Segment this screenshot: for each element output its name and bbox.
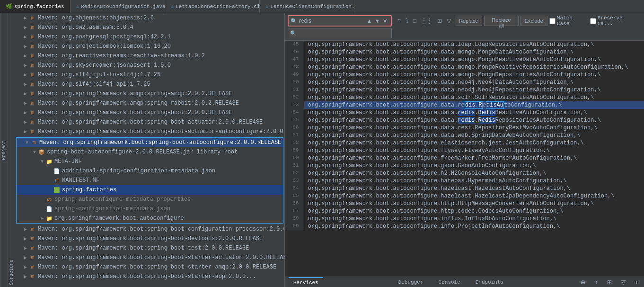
tree-item-reactivestreams[interactable]: ▶ m Maven: org.reactivestreams:reactive-… — [15, 51, 284, 61]
maven-icon: m — [29, 90, 36, 97]
exclude-btn[interactable]: Exclude — [520, 16, 547, 26]
find-input[interactable] — [299, 18, 365, 24]
replace-row: 🔍 — [288, 28, 641, 38]
code-line: org.springframework.boot.autoconfigure.h… — [304, 192, 644, 200]
code-line: org.springframework.boot.autoconfigure.d… — [304, 71, 644, 79]
tab-spring-factories[interactable]: 🌿 spring.factories — [0, 0, 71, 13]
tree-item-slf4j-api[interactable]: ▶ m Maven: org.slf4j:slf4j-api:1.7.25 — [15, 80, 284, 89]
find-option-1[interactable]: ≡ — [396, 17, 403, 25]
maven-icon: m — [29, 72, 36, 78]
maven-icon: m — [29, 43, 36, 50]
table-row: 59org.springframework.boot.autoconfigure… — [285, 147, 644, 154]
tree-item-asm[interactable]: ▶ m Maven: org.ow2.asm:asm:5.0.4 — [15, 23, 284, 32]
find-replace-bar: 🔍 ▲ ▼ ✕ ≡ ⤵ □ ⋮⋮ ⊞ ▽ Replace Replace all… — [285, 13, 644, 41]
replace-all-btn[interactable]: Replace all — [484, 16, 518, 26]
tab-redis-auto[interactable]: ☕ RedisAutoConfiguration.java — [71, 0, 165, 13]
project-tree[interactable]: ▶ m Maven: org.objenesis:objenesis:2.6 ▶… — [15, 13, 284, 287]
tree-item-objenesis[interactable]: ▶ m Maven: org.objenesis:objenesis:2.6 — [15, 13, 284, 23]
code-line: org.springframework.boot.autoconfigure.d… — [304, 117, 644, 124]
replace-input-wrapper: 🔍 — [288, 28, 392, 38]
find-option-3[interactable]: □ — [411, 17, 418, 25]
tree-item-spring-amqp[interactable]: ▶ m Maven: org.springframework.amqp:spri… — [15, 89, 284, 99]
status-bar-btn-4[interactable]: ▽ — [619, 278, 627, 287]
table-row: 66org.springframework.boot.autoconfigure… — [285, 200, 644, 207]
table-row: 49org.springframework.boot.autoconfigure… — [285, 71, 644, 79]
code-line: org.springframework.boot.autoconfigure.i… — [304, 223, 644, 230]
table-row: 62org.springframework.boot.autoconfigure… — [285, 170, 644, 177]
status-tab-debugger[interactable]: Debugger — [394, 277, 428, 287]
replace-input[interactable] — [299, 30, 389, 36]
match-case-checkbox[interactable]: Match Case — [549, 15, 588, 27]
tree-item-devtools[interactable]: ▶ m Maven: org.springframework.boot:spri… — [15, 234, 284, 243]
code-line: org.springframework.boot.autoconfigure.d… — [304, 94, 644, 101]
tree-item-boot-test[interactable]: ▶ m Maven: org.springframework.boot:spri… — [15, 243, 284, 253]
maven-icon: m — [29, 264, 36, 270]
code-line: org.springframework.boot.autoconfigure.h… — [304, 200, 644, 207]
tree-item-starter-amqp[interactable]: ▶ m Maven: org.springframework.boot:spri… — [15, 262, 284, 272]
table-row: 60org.springframework.boot.autoconfigure… — [285, 154, 644, 162]
tree-item-meta-inf[interactable]: ▼ 📁 META-INF — [17, 157, 283, 166]
tree-item-spring-boot[interactable]: ▶ m Maven: org.springframework.boot:spri… — [15, 108, 284, 117]
tree-item-autoconfigure-props[interactable]: ▶ 🗂 spring-autoconfigure-metadata.proper… — [17, 195, 283, 204]
maven-icon: m — [29, 62, 36, 69]
maven-icon: m — [29, 119, 36, 126]
status-bar-btn-5[interactable]: + — [633, 278, 640, 287]
tree-item-autoconfigure-pkg[interactable]: ▶ 📁 org.springframework.boot.autoconfigu… — [17, 214, 283, 223]
table-row: 68org.springframework.boot.autoconfigure… — [285, 215, 644, 223]
maven-icon: m — [29, 34, 36, 40]
tab-bar: 🌿 spring.factories ☕ RedisAutoConfigurat… — [0, 0, 644, 13]
code-line: org.springframework.boot.autoconfigure.d… — [304, 109, 644, 117]
find-next-btn[interactable]: ▼ — [373, 17, 381, 25]
table-row: 51org.springframework.boot.autoconfigure… — [285, 86, 644, 94]
status-tab-services[interactable]: Services — [289, 277, 323, 287]
code-table: 45org.springframework.boot.autoconfigure… — [285, 41, 644, 230]
tree-item-manifest[interactable]: ▶ 🗒 MANIFEST.MF — [17, 176, 283, 185]
tree-item-add-spring-config[interactable]: ▶ 📄 additional-spring-configuration-meta… — [17, 166, 283, 176]
tree-item-skyscreamer[interactable]: ▶ m Maven: org.skyscreamer:jsonassert:1.… — [15, 61, 284, 70]
find-option-4[interactable]: ⋮⋮ — [419, 17, 434, 25]
find-option-5[interactable]: ⊞ — [435, 17, 444, 25]
status-tab-console[interactable]: Console — [433, 277, 465, 287]
table-row: 64org.springframework.boot.autoconfigure… — [285, 185, 644, 192]
code-line: org.springframework.boot.autoconfigure.i… — [304, 215, 644, 223]
tree-item-spring-rabbit[interactable]: ▶ m Maven: org.springframework.amqp:spri… — [15, 99, 284, 108]
status-bar-btn-3[interactable]: ⊞ — [605, 278, 614, 287]
code-editor[interactable]: 45org.springframework.boot.autoconfigure… — [285, 41, 644, 277]
table-row: 57org.springframework.boot.autoconfigure… — [285, 132, 644, 139]
mf-file-icon: 🗒 — [53, 177, 60, 184]
maven-icon: m — [29, 226, 36, 233]
maven-icon: m — [29, 245, 36, 251]
tree-item-starter-actuator[interactable]: ▶ m Maven: org.springframework.boot:spri… — [15, 253, 284, 262]
code-line: org.springframework.boot.autoconfigure.h… — [304, 170, 644, 177]
tree-item-starter-aop[interactable]: ▶ m Maven: org.springframework.boot:spri… — [15, 272, 284, 281]
tree-item-jul-slf4j[interactable]: ▶ m Maven: org.slf4j:jul-to-slf4j:1.7.25 — [15, 70, 284, 80]
tree-item-lombok[interactable]: ▶ m Maven: org.projectlombok:lombok:1.16… — [15, 42, 284, 51]
preserve-case-checkbox[interactable]: Preserve Ca... — [590, 15, 641, 27]
status-bar-btn-1[interactable]: ⊕ — [579, 278, 587, 287]
tab-lettuce-client[interactable]: ☕ LettuceClientConfiguration.class — [260, 0, 354, 13]
code-line: org.springframework.boot.autoconfigure.f… — [304, 154, 644, 162]
tree-item-spring-factories[interactable]: ▶ 🟩 spring.factories — [17, 185, 283, 195]
tree-item-spring-boot-actuator[interactable]: ▶ m Maven: org.springframework.boot:spri… — [15, 117, 284, 127]
tree-item-postgresql[interactable]: ▶ m Maven: org.postgresql:postgresql:42.… — [15, 32, 284, 42]
tree-item-jar-root[interactable]: ▼ 📦 spring-boot-autoconfigure-2.0.0.RELE… — [17, 147, 283, 157]
code-line: org.springframework.boot.autoconfigure.g… — [304, 162, 644, 170]
find-toolbar-icons: ≡ ⤵ □ ⋮⋮ ⊞ ▽ — [396, 17, 453, 25]
find-prev-btn[interactable]: ▲ — [365, 17, 373, 25]
tree-item-spring-boot-autoconfigure[interactable]: ▼ m Maven: org.springframework.boot:spri… — [17, 138, 283, 147]
find-filter-btn[interactable]: ▽ — [445, 17, 453, 25]
tree-item-config-processor[interactable]: ▶ m Maven: org.springframework.boot:spri… — [15, 224, 284, 234]
find-close-btn[interactable]: ✕ — [381, 17, 388, 25]
code-line: org.springframework.boot.autoconfigure.d… — [304, 132, 644, 139]
tab-lettace-conn[interactable]: ☕ LettaceConnectionFactory.class — [165, 0, 260, 13]
replace-btn[interactable]: Replace — [455, 16, 482, 26]
editor-area: 🔍 ▲ ▼ ✕ ≡ ⤵ □ ⋮⋮ ⊞ ▽ Replace Replace all… — [285, 13, 644, 287]
json-file-icon: 📄 — [53, 168, 60, 174]
status-bar-btn-2[interactable]: ↑ — [593, 278, 600, 287]
tree-item-spring-config-meta[interactable]: ▶ 📄 spring-configuration-metadata.json — [17, 204, 283, 214]
project-sidebar: ▶ m Maven: org.objenesis:objenesis:2.6 ▶… — [15, 13, 285, 287]
tree-item-spring-boot-actuator-auto[interactable]: ▶ m Maven: org.springframework.boot:spri… — [15, 127, 284, 136]
pkg-folder-icon: 📁 — [46, 215, 53, 222]
status-tab-endpoints[interactable]: Endpoints — [471, 277, 508, 287]
find-option-2[interactable]: ⤵ — [404, 17, 410, 25]
